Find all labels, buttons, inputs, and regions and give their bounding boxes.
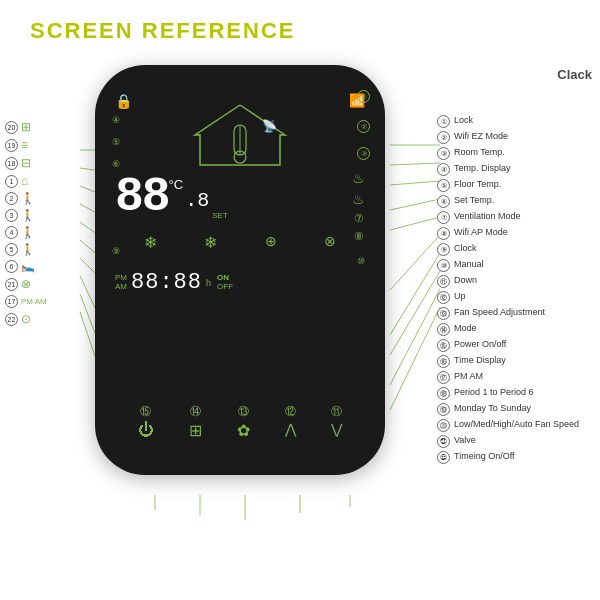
left-label-22: 22 ⊙ xyxy=(5,312,47,326)
ref-9: ⑨ Clock xyxy=(437,243,592,256)
left-label-19: 19 ≡ xyxy=(5,138,47,152)
right-reference-list: ① Lock ② Wifi EZ Mode ③ Room Temp. ④ Tem… xyxy=(437,115,592,467)
num-14: ⑭ xyxy=(190,404,201,419)
ref-1: ① Lock xyxy=(437,115,592,128)
ref-18: ⑱ Period 1 to Period 6 xyxy=(437,387,592,400)
set-label: SET xyxy=(212,211,228,220)
up-arrow-icon: ⋀ xyxy=(285,421,296,437)
num-label-9: ⑨ xyxy=(112,240,120,258)
ref-20: ⑳ Low/Med/High/Auto Fan Speed xyxy=(437,419,592,432)
left-label-3: 3 🚶 xyxy=(5,209,47,222)
ref-8: ⑧ Wifi AP Mode xyxy=(437,227,592,240)
svg-line-16 xyxy=(390,253,440,335)
power-icon: ⏻ xyxy=(138,421,154,439)
ref-3: ③ Room Temp. xyxy=(437,147,592,160)
svg-line-18 xyxy=(390,289,440,385)
left-label-21: 21 ⊗ xyxy=(5,277,47,291)
left-label-5: 5 🚶 xyxy=(5,243,47,256)
degree-unit: °C xyxy=(169,177,184,192)
ref-13: ⑬ Fan Speed Adjustment xyxy=(437,307,592,320)
left-label-20: 20 ⊞ xyxy=(5,120,47,134)
lock-icon: 🔒 xyxy=(115,93,132,109)
num-12: ⑫ xyxy=(285,404,296,419)
ref-7: ⑦ Ventilation Mode xyxy=(437,211,592,224)
clock-icon: ⊗ xyxy=(324,233,336,252)
left-labels: 20 ⊞ 19 ≡ 18 ⊟ 1 ⌂ 2 🚶 3 🚶 4 � xyxy=(5,120,47,330)
left-label-1: 1 ⌂ xyxy=(5,174,47,188)
svg-text:📡: 📡 xyxy=(262,118,277,133)
ref-4: ④ Temp. Display xyxy=(437,163,592,176)
off-label: OFF xyxy=(217,283,233,292)
ref-21: ㉑ Valve xyxy=(437,435,592,448)
heat-icon-2: ♨ xyxy=(352,191,365,207)
left-label-18: 18 ⊟ xyxy=(5,156,47,170)
ref-19: ⑲ Monday To Sunday xyxy=(437,403,592,416)
am-label: AM xyxy=(115,283,127,292)
svg-line-11 xyxy=(390,163,440,165)
left-label-2: 2 🚶 xyxy=(5,192,47,205)
main-temp-digits: 88 xyxy=(115,173,169,221)
time-digits: 88:88 xyxy=(131,270,202,295)
num-15: ⑮ xyxy=(140,404,151,419)
grid-icon: ⊞ xyxy=(189,421,202,440)
house-shape: 📡 xyxy=(190,100,290,170)
snowflake-icon-2: ❄ xyxy=(204,233,217,252)
ref-15: ⑮ Power On/off xyxy=(437,339,592,352)
screen-area: 🔒 📶 ① ② ③ 📡 xyxy=(110,85,370,455)
time-row: PM AM 88:88 h ON OFF xyxy=(115,270,365,295)
fan-speed-icon: ✿ xyxy=(237,421,250,440)
ref-14: ⑭ Mode xyxy=(437,323,592,336)
num-label-10: ⑩ xyxy=(357,250,365,268)
screen-left-numbers: ④ ⑤ ⑥ xyxy=(112,115,120,169)
heat-icon: ♨ xyxy=(352,170,365,186)
num-11: ⑪ xyxy=(331,404,342,419)
svg-line-15 xyxy=(390,235,440,290)
svg-line-19 xyxy=(390,307,440,410)
svg-line-17 xyxy=(390,271,440,355)
number-7: ⑦ xyxy=(354,212,364,225)
ref-5: ⑤ Floor Temp. xyxy=(437,179,592,192)
left-label-4: 4 🚶 xyxy=(5,226,47,239)
ref-16: ⑯ Time Display xyxy=(437,355,592,368)
snowflake-icon: ❄ xyxy=(144,233,157,252)
svg-line-13 xyxy=(390,199,440,210)
ref-12: ⑫ Up xyxy=(437,291,592,304)
num-13: ⑬ xyxy=(238,404,249,419)
down-arrow-icon: ⋁ xyxy=(331,421,342,437)
left-label-6: 6 🛌 xyxy=(5,260,47,273)
ref-6: ⑥ Set Temp. xyxy=(437,195,592,208)
ref-17: ⑰ PM AM xyxy=(437,371,592,384)
bottom-icons-row: ⑮ ⏻ ⑭ ⊞ ⑬ ✿ ⑫ ⋀ ⑪ ⋁ xyxy=(110,404,370,440)
ref-11: ⑪ Down xyxy=(437,275,592,288)
fan-icon: ⊕ xyxy=(265,233,277,252)
brand-label: Clack xyxy=(557,67,592,82)
svg-line-12 xyxy=(390,181,440,185)
page-title: SCREEN REFERENCE xyxy=(30,18,295,44)
left-label-17: 17 PM AM xyxy=(5,295,47,308)
ref-2: ② Wifi EZ Mode xyxy=(437,131,592,144)
h-label: h xyxy=(206,278,211,288)
ref-10: ⑩ Manual xyxy=(437,259,592,272)
main-temp-display: 88 °C .8 SET xyxy=(115,173,228,221)
svg-line-14 xyxy=(390,217,440,230)
ref-22: ㉒ Timeing On/Off xyxy=(437,451,592,464)
mode-icons-row: ❄ ❄ ⊕ ⊗ xyxy=(110,233,370,252)
thermostat-device: 🔒 📶 ① ② ③ 📡 xyxy=(95,65,385,475)
screen-right-numbers: ① ② ③ xyxy=(357,90,370,160)
decimal-temp: .8 xyxy=(185,189,209,212)
